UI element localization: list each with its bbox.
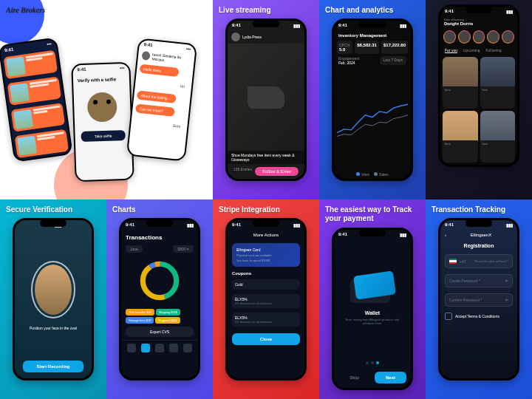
- nav-item[interactable]: [155, 344, 164, 352]
- registration-heading: Registration: [440, 240, 517, 251]
- chat-bubble: About the listing...: [137, 90, 177, 103]
- chat-bubble: Sure: [168, 120, 185, 131]
- story-avatar[interactable]: [502, 30, 514, 44]
- terms-label: Accept Terms & Conditions: [455, 314, 499, 318]
- next-button[interactable]: Next: [375, 372, 406, 383]
- create-password-field[interactable]: Create Password *👁: [445, 274, 513, 287]
- phone-verify: 9:41••• Verify with a selfie Take selfie: [71, 62, 134, 183]
- nav-item[interactable]: [169, 344, 178, 352]
- analytics-header: Inventory Management: [334, 30, 411, 41]
- legend-chip: Wire transfer $10: [126, 309, 154, 316]
- phone-chat: 9:41••• Iason Santana de Moraes Hello th…: [126, 38, 197, 161]
- listing-card[interactable]: [7, 76, 61, 105]
- panel-title: Live streaming: [216, 4, 274, 16]
- tab-upcoming[interactable]: Upcoming: [463, 48, 480, 53]
- chat-bubble: Can we meet?: [135, 103, 175, 116]
- listing-card[interactable]: [15, 129, 69, 158]
- panel-charts: Charts 9:41▮▮▮ Transactions June$800 ▾ W…: [106, 200, 213, 399]
- panel-title: Chart and analytics: [322, 4, 396, 16]
- wallet-cards-icon: [350, 273, 395, 303]
- feed-card[interactable]: Item: [443, 57, 478, 109]
- panel-title: Stripe Integration: [216, 204, 283, 215]
- month-select[interactable]: June: [126, 245, 143, 253]
- panel-analytics: Chart and analytics 9:41▮▮▮ Inventory Ma…: [319, 0, 426, 200]
- metric-card: CPCN5.0: [337, 41, 352, 54]
- story-avatar[interactable]: [473, 30, 485, 44]
- start-recording-button[interactable]: Start Recording: [23, 361, 83, 372]
- legend-chip: Program $100: [155, 317, 180, 324]
- panel-title: Charts: [109, 204, 139, 215]
- amount-select[interactable]: $800 ▾: [173, 245, 194, 253]
- close-button[interactable]: Close: [232, 333, 300, 345]
- live-video[interactable]: [228, 44, 304, 151]
- metric-card: $8,582.31: [355, 41, 379, 54]
- skip-button[interactable]: Skip: [338, 372, 370, 383]
- wallet-sub: Earn money from Ellingsen products and w…: [334, 318, 411, 325]
- chat-bubble: Hi!: [176, 81, 188, 92]
- tab-foryou[interactable]: For you: [445, 48, 457, 53]
- person-photo: [35, 265, 72, 315]
- brand-name: EllingsenX: [449, 233, 513, 237]
- terms-checkbox[interactable]: [445, 313, 452, 320]
- metric-card: $17,222.80: [381, 41, 408, 54]
- back-icon[interactable]: ‹: [445, 233, 446, 237]
- avatar: [142, 51, 151, 61]
- take-selfie-button[interactable]: Take selfie: [81, 130, 125, 142]
- feed-card[interactable]: Item: [443, 111, 478, 163]
- panel-title: The easiest way to Track your payment: [322, 204, 423, 225]
- panel-wallet: The easiest way to Track your payment 9:…: [319, 200, 426, 399]
- coupon-row[interactable]: Gold: [232, 279, 300, 290]
- panel-title: Aire Brokers: [3, 4, 48, 16]
- hint-text: Position your face in the oval: [30, 326, 77, 330]
- listing-card[interactable]: [11, 103, 65, 132]
- entries-count: 138 Entries: [233, 167, 252, 176]
- follow-enter-button[interactable]: Follow & Enter: [255, 167, 299, 176]
- transactions-donut-chart: [121, 253, 198, 309]
- panel-title: Secure Verification: [3, 204, 75, 215]
- tab-following[interactable]: Following: [485, 48, 501, 53]
- streamer-name: Lydia Press: [242, 35, 262, 39]
- live-caption: Shoe Mondays free item every week & Give…: [228, 151, 304, 164]
- ellingsen-card[interactable]: Ellingsen Card Physical card not availab…: [232, 243, 300, 267]
- panel-aire-brokers: Aire Brokers 9:41••• 9:41••• Verify with…: [0, 0, 213, 200]
- phone-listings: 9:41•••: [0, 37, 73, 163]
- coupons-header: Coupons: [228, 270, 304, 277]
- panel-title: Transaction Tracking: [429, 204, 508, 215]
- bottom-nav: [121, 340, 198, 355]
- eye-icon[interactable]: 👁: [505, 279, 508, 283]
- feed-card[interactable]: Item: [480, 111, 516, 163]
- engagement-chart: [334, 67, 411, 170]
- coupon-row[interactable]: ELX5%5% discount on all platforms: [232, 313, 300, 327]
- transactions-header: Transactions: [121, 230, 198, 245]
- feed-card[interactable]: Item: [480, 57, 516, 109]
- chat-bubble: Hello there: [140, 64, 180, 77]
- more-actions-header: More Actions: [228, 230, 304, 240]
- nav-item[interactable]: [141, 344, 150, 352]
- nav-item[interactable]: [127, 344, 136, 352]
- avatar[interactable]: [231, 33, 240, 41]
- nav-item[interactable]: [183, 344, 192, 352]
- chat-name: Iason Santana de Moraes: [151, 52, 191, 64]
- confirm-password-field[interactable]: Confirm Password *👁: [445, 293, 513, 307]
- story-avatar[interactable]: [487, 30, 499, 44]
- sneaker-icon: [248, 86, 284, 109]
- legend-chip: Storage fees $10: [126, 317, 154, 324]
- export-cvs-button[interactable]: Export CVS: [126, 327, 194, 337]
- panel-secure-verification: Secure Verification 9:41▮▮▮ Position you…: [0, 200, 106, 399]
- coupon-row[interactable]: ELX5%5% discount on all platforms: [232, 294, 300, 308]
- phone-field[interactable]: +47Phone Number or Email *: [445, 254, 513, 268]
- panel-live-streaming: Live streaming 9:41▮▮▮ Lydia Press Shoe …: [213, 0, 319, 200]
- story-avatar[interactable]: [458, 30, 471, 44]
- verify-title: Verify with a selfie: [73, 72, 130, 88]
- story-avatar[interactable]: [443, 30, 456, 44]
- panel-transaction-tracking: Transaction Tracking 9:41▮▮▮ ‹EllingsenX…: [426, 200, 532, 399]
- panel-stripe: Stripe Integration 9:41▮▮▮ More Actions …: [213, 200, 319, 399]
- eye-icon[interactable]: 👁: [505, 298, 508, 302]
- selfie-face-icon: [87, 92, 117, 122]
- legend-chip: Shipping $100: [156, 309, 181, 316]
- period-select[interactable]: Last 7 Days: [380, 56, 406, 65]
- listing-card[interactable]: [4, 50, 58, 79]
- flag-icon: [449, 259, 457, 264]
- wallet-heading: Wallet: [365, 310, 380, 316]
- panel-stories: 9:41▮▮▮ Now streamingDwight Dorris For y…: [426, 0, 532, 200]
